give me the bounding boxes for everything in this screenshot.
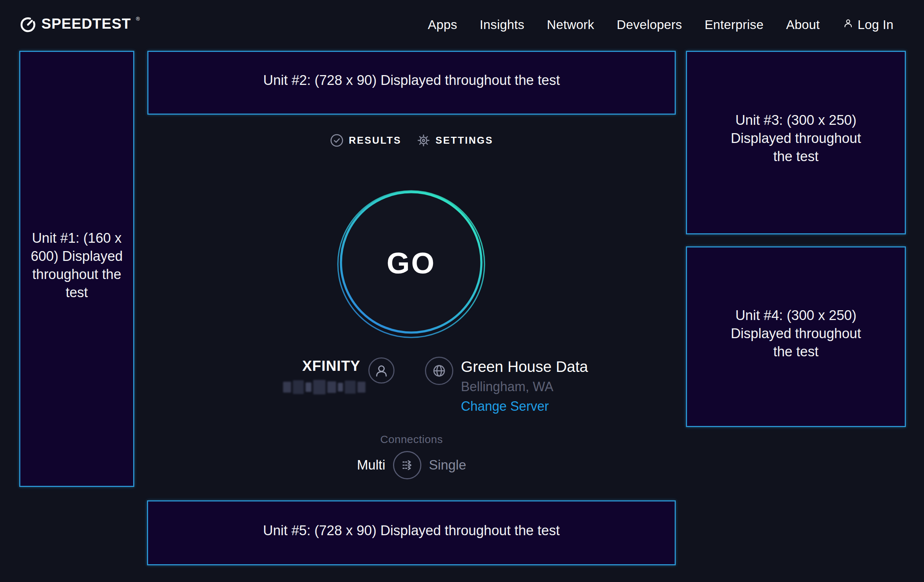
main-nav: Apps Insights Network Developers Enterpr… — [428, 17, 894, 32]
ad-unit-3[interactable]: Unit #3: (300 x 250) Displayed throughou… — [686, 51, 906, 234]
server-name: Green House Data — [461, 358, 588, 376]
ad-unit-2[interactable]: Unit #2: (728 x 90) Displayed throughout… — [147, 51, 676, 115]
isp-user-icon — [368, 358, 394, 384]
go-button[interactable]: GO — [337, 190, 486, 339]
change-server-link[interactable]: Change Server — [461, 398, 549, 414]
nav-item-enterprise[interactable]: Enterprise — [705, 17, 764, 32]
nav-item-network[interactable]: Network — [547, 17, 594, 32]
login-label: Log In — [858, 17, 894, 32]
speedtest-logo[interactable]: SPEEDTEST ® — [20, 15, 140, 35]
go-button-label: GO — [337, 190, 486, 339]
logo-wordmark: SPEEDTEST — [41, 15, 131, 32]
nav-item-login[interactable]: Log In — [842, 17, 894, 32]
logo-trademark: ® — [136, 16, 140, 21]
tabs-row: RESULTS SETTINGS — [147, 128, 676, 153]
user-icon — [842, 17, 854, 32]
speedtest-gauge-icon — [20, 15, 36, 35]
connection-mode-toggle[interactable] — [393, 451, 421, 479]
ad-unit-4[interactable]: Unit #4: (300 x 250) Displayed throughou… — [686, 246, 906, 427]
check-circle-icon — [330, 134, 344, 147]
masked-ip-blur — [283, 379, 365, 395]
connections-multi-option[interactable]: Multi — [357, 458, 385, 473]
nav-item-developers[interactable]: Developers — [617, 17, 682, 32]
connections-row: Multi Single — [147, 451, 676, 480]
server-location: Bellingham, WA — [461, 379, 588, 395]
ad-unit-3-label: Unit #3: (300 x 250) Displayed throughou… — [720, 111, 872, 174]
nav-item-insights[interactable]: Insights — [480, 17, 525, 32]
ad-unit-5[interactable]: Unit #5: (728 x 90) Displayed throughout… — [147, 500, 676, 565]
server-info: Green House Data Bellingham, WA Change S… — [461, 358, 588, 414]
top-nav-bar: SPEEDTEST ® Apps Insights Network Develo… — [0, 0, 924, 49]
ad-unit-2-label: Unit #2: (728 x 90) Displayed throughout… — [263, 71, 559, 94]
connections-label: Connections — [147, 433, 676, 445]
connections-single-option[interactable]: Single — [429, 458, 466, 473]
gear-icon — [417, 134, 431, 147]
tab-settings-label: SETTINGS — [436, 135, 493, 146]
tab-settings[interactable]: SETTINGS — [417, 134, 493, 147]
ad-unit-1-label: Unit #1: (160 x 600) Displayed throughou… — [20, 229, 133, 309]
ad-unit-5-label: Unit #5: (728 x 90) Displayed throughout… — [263, 521, 559, 545]
server-globe-icon — [425, 357, 453, 385]
ad-unit-4-label: Unit #4: (300 x 250) Displayed throughou… — [720, 306, 872, 367]
isp-name: XFINITY — [218, 357, 360, 374]
tab-results-label: RESULTS — [349, 135, 401, 146]
ad-unit-1[interactable]: Unit #1: (160 x 600) Displayed throughou… — [19, 51, 134, 487]
tab-results[interactable]: RESULTS — [330, 134, 401, 147]
nav-item-apps[interactable]: Apps — [428, 17, 457, 32]
nav-item-about[interactable]: About — [786, 17, 820, 32]
